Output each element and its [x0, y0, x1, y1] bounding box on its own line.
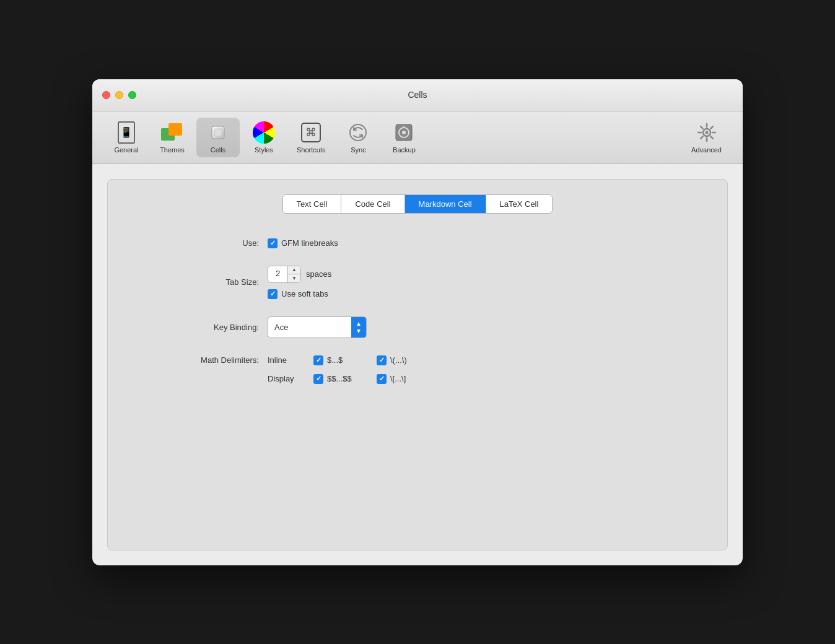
form-area: Use: ✓ GFM linebreaks — [123, 238, 712, 384]
svg-point-7 — [705, 131, 708, 134]
inline-dollar-wrapper[interactable]: ✓ $...$ — [313, 355, 364, 365]
cells-shape — [208, 123, 228, 142]
inline-type-label: Inline — [268, 355, 301, 365]
toolbar-item-advanced[interactable]: Advanced — [683, 118, 730, 157]
advanced-icon — [696, 121, 718, 144]
checkmark-soft: ✓ — [270, 290, 276, 298]
display-dollar-checkbox[interactable]: ✓ — [313, 374, 323, 384]
math-delimiters-controls: Inline ✓ $...$ ✓ \( — [268, 355, 427, 384]
math-delimiters-row: Math Delimiters: Inline ✓ $...$ — [160, 355, 675, 384]
themes-label: Themes — [160, 146, 185, 154]
display-bracket-wrapper[interactable]: ✓ \[...\] — [377, 374, 427, 384]
toolbar-item-shortcuts[interactable]: ⌘ Shortcuts — [288, 118, 334, 157]
tab-size-stepper[interactable]: 2 ▲ ▼ — [268, 266, 301, 283]
display-type-label: Display — [268, 374, 301, 383]
tab-size-value: 2 — [268, 266, 288, 282]
select-arrow-icon: ▲ ▼ — [351, 317, 366, 337]
display-dollar-wrapper[interactable]: ✓ $$...$$ — [313, 374, 364, 384]
window-title: Cells — [408, 90, 427, 100]
general-label: General — [114, 146, 138, 154]
use-label: Use: — [160, 238, 259, 248]
tab-size-label: Tab Size: — [160, 277, 259, 287]
spaces-label: spaces — [306, 269, 331, 279]
checkmark: ✓ — [270, 239, 276, 247]
key-binding-select[interactable]: Ace ▲ ▼ — [268, 316, 367, 338]
tab-markdown-cell[interactable]: Markdown Cell — [405, 195, 486, 213]
gfm-checkbox[interactable]: ✓ — [268, 238, 278, 248]
cell-type-tabs: Text Cell Code Cell Markdown Cell LaTeX … — [123, 194, 712, 214]
sync-label: Sync — [351, 146, 365, 154]
tab-latex-cell[interactable]: LaTeX Cell — [486, 195, 553, 213]
math-display-row: Display ✓ $$...$$ ✓ — [268, 374, 427, 384]
stepper-up[interactable]: ▲ — [288, 266, 300, 274]
styles-icon — [253, 121, 275, 144]
display-bracket-checkbox[interactable]: ✓ — [377, 374, 387, 384]
titlebar: Cells — [92, 79, 743, 111]
settings-panel: Text Cell Code Cell Markdown Cell LaTeX … — [107, 179, 728, 550]
svg-rect-1 — [214, 129, 222, 136]
cell-tab-group: Text Cell Code Cell Markdown Cell LaTeX … — [282, 194, 553, 214]
gfm-label: GFM linebreaks — [281, 238, 338, 248]
inline-paren-label: \(...\) — [390, 355, 427, 365]
minimize-button[interactable] — [115, 91, 123, 99]
key-binding-row: Key Binding: Ace ▲ ▼ — [160, 316, 675, 338]
use-controls: ✓ GFM linebreaks — [268, 238, 338, 248]
cells-label: Cells — [211, 146, 225, 154]
key-binding-value: Ace — [268, 320, 351, 335]
key-binding-label: Key Binding: — [160, 323, 259, 332]
toolbar-item-general[interactable]: 📱 General — [105, 118, 148, 157]
tab-code-cell[interactable]: Code Cell — [341, 195, 404, 213]
phone-shape: 📱 — [118, 121, 135, 144]
tab-size-inline: 2 ▲ ▼ spaces — [268, 266, 331, 283]
gear-icon — [696, 121, 718, 144]
advanced-label: Advanced — [691, 146, 722, 154]
inline-dollar-checkbox[interactable]: ✓ — [313, 355, 323, 365]
soft-tabs-label: Use soft tabs — [281, 289, 328, 298]
toolbar: 📱 General Themes — [92, 111, 743, 164]
display-dollar-label: $$...$$ — [327, 374, 364, 383]
sync-icon — [347, 121, 369, 144]
toolbar-items: 📱 General Themes — [105, 118, 683, 157]
toolbar-item-backup[interactable]: Backup — [382, 118, 426, 157]
display-bracket-label: \[...\] — [390, 374, 427, 383]
gfm-inline: ✓ GFM linebreaks — [268, 238, 338, 248]
toolbar-item-cells[interactable]: Cells — [196, 118, 240, 157]
tab-size-row: Tab Size: 2 ▲ ▼ spaces — [160, 266, 675, 299]
cmd-key-shape: ⌘ — [301, 123, 321, 142]
inline-dollar-label: $...$ — [327, 355, 364, 365]
key-binding-controls: Ace ▲ ▼ — [268, 316, 367, 338]
stepper-down[interactable]: ▼ — [288, 274, 300, 282]
traffic-lights — [102, 91, 136, 99]
soft-tabs-inline: ✓ Use soft tabs — [268, 289, 331, 299]
shortcuts-label: Shortcuts — [297, 146, 325, 154]
inline-paren-wrapper[interactable]: ✓ \(...\) — [377, 355, 427, 365]
maximize-button[interactable] — [128, 91, 136, 99]
svg-point-5 — [402, 131, 406, 134]
backup-shape — [393, 121, 415, 144]
toolbar-item-sync[interactable]: Sync — [336, 118, 380, 157]
inline-paren-checkbox[interactable]: ✓ — [377, 355, 387, 365]
soft-tabs-wrapper[interactable]: ✓ Use soft tabs — [268, 289, 328, 299]
svg-line-14 — [710, 126, 713, 129]
themes-shape — [161, 123, 183, 142]
gfm-checkbox-wrapper[interactable]: ✓ GFM linebreaks — [268, 238, 338, 248]
sync-shape — [348, 122, 369, 143]
general-icon: 📱 — [115, 121, 138, 144]
tab-text-cell[interactable]: Text Cell — [283, 195, 342, 213]
toolbar-item-styles[interactable]: Styles — [242, 118, 286, 157]
toolbar-item-themes[interactable]: Themes — [151, 118, 194, 157]
content-area: Text Cell Code Cell Markdown Cell LaTeX … — [92, 164, 743, 565]
math-delimiters-label: Math Delimiters: — [160, 355, 259, 365]
cells-icon — [207, 121, 229, 144]
color-wheel — [253, 121, 275, 144]
math-inline-row: Inline ✓ $...$ ✓ \( — [268, 355, 427, 365]
styles-label: Styles — [255, 146, 273, 154]
backup-icon — [393, 121, 415, 144]
close-button[interactable] — [102, 91, 110, 99]
svg-line-15 — [701, 136, 703, 139]
tab-size-controls: 2 ▲ ▼ spaces ✓ — [268, 266, 331, 299]
soft-tabs-checkbox[interactable]: ✓ — [268, 289, 278, 299]
svg-line-13 — [710, 136, 713, 139]
themes-icon — [161, 121, 183, 144]
use-gfm-row: Use: ✓ GFM linebreaks — [160, 238, 675, 248]
